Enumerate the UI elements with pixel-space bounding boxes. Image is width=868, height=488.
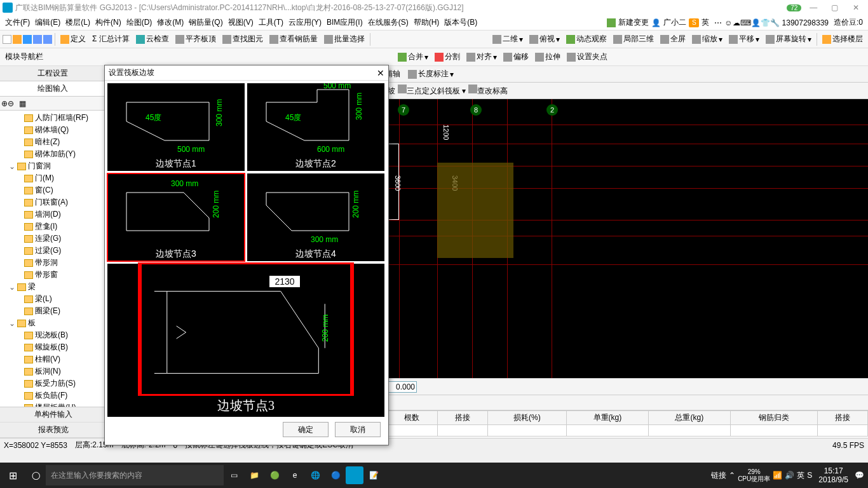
- slope-option-4[interactable]: 300 mm 200 mm 边坡节点4: [247, 173, 384, 261]
- notif-icon[interactable]: 💬: [855, 471, 864, 480]
- user-label[interactable]: 广小二: [661, 17, 689, 28]
- tray-ime-icon[interactable]: 英: [797, 470, 804, 481]
- tree-item-zmv[interactable]: 柱帽(V): [0, 353, 106, 365]
- collapse-icon[interactable]: ⌄: [9, 319, 15, 328]
- ime-kb-icon[interactable]: ⌨: [740, 18, 751, 27]
- app-edge-icon[interactable]: e: [285, 465, 305, 485]
- tree-item-lxb[interactable]: 螺旋板(B): [0, 341, 106, 353]
- tree-item-c[interactable]: 窗(C): [0, 184, 106, 196]
- menu-view[interactable]: 视图(V): [226, 17, 256, 28]
- col-class[interactable]: 钢筋归类: [730, 411, 817, 425]
- tray-sogou-icon[interactable]: S: [807, 471, 812, 480]
- menu-version[interactable]: 版本号(B): [442, 17, 480, 28]
- menu-edit[interactable]: 编辑(E): [32, 17, 63, 28]
- batch-select-button[interactable]: 批量选择: [322, 32, 367, 46]
- app-notepad-icon[interactable]: 📝: [363, 465, 384, 485]
- tree-item-dxc[interactable]: 带形窗: [0, 269, 106, 281]
- col-lap[interactable]: 搭接: [437, 411, 487, 425]
- ime-user-icon[interactable]: 👤: [751, 18, 761, 27]
- tree-item-ll[interactable]: 梁(L): [0, 293, 106, 305]
- sum-button[interactable]: Σ 汇总计算: [90, 32, 132, 46]
- change-elev-button[interactable]: 查改标高: [468, 85, 508, 97]
- menu-cloud[interactable]: 云应用(Y): [286, 17, 324, 28]
- app-browser-icon[interactable]: 🌐: [305, 465, 325, 485]
- menu-draw[interactable]: 绘图(D): [124, 17, 155, 28]
- tree-cat-slab[interactable]: ⌄板: [0, 317, 106, 329]
- app-360-icon[interactable]: 🟢: [264, 465, 285, 485]
- dynamic-view-button[interactable]: 动态观察: [564, 32, 609, 46]
- start-button[interactable]: ⊞: [0, 470, 25, 482]
- collapse-icon[interactable]: ⌄: [9, 162, 15, 171]
- tree-item-m[interactable]: 门(M): [0, 172, 106, 184]
- tab-single-input[interactable]: 单构件输入: [0, 407, 106, 423]
- tree-item-lg[interactable]: 连梁(G): [0, 233, 106, 245]
- tree-item-yj[interactable]: 砌体加筋(Y): [0, 148, 106, 160]
- slope-dim-input[interactable]: [269, 275, 301, 288]
- tree-item-dx[interactable]: 带形洞: [0, 257, 106, 269]
- app-explorer-icon[interactable]: 📁: [244, 465, 264, 485]
- col-total-wt[interactable]: 总重(kg): [648, 411, 730, 425]
- cloud-check-button[interactable]: 云检查: [133, 32, 172, 46]
- tree-item-bi[interactable]: 壁龛(I): [0, 220, 106, 233]
- taskview-icon[interactable]: ▭: [224, 465, 244, 485]
- col-unit-wt[interactable]: 单重(kg): [566, 411, 648, 425]
- minimize-button[interactable]: —: [804, 3, 823, 12]
- tree-item-d[interactable]: 墙洞(D): [0, 208, 106, 220]
- menu-online[interactable]: 在线服务(S): [365, 17, 411, 28]
- flat-top-button[interactable]: 平齐板顶: [173, 32, 219, 46]
- dim-length-button[interactable]: 长度标注 ▾: [405, 67, 456, 81]
- app-yy-icon[interactable]: 🔵: [325, 465, 346, 485]
- offset-button[interactable]: 偏移: [501, 50, 531, 64]
- collapse-icon[interactable]: ⌄: [9, 283, 15, 292]
- tree-filter-icon[interactable]: ▦: [19, 99, 26, 108]
- tree-item-lcbd[interactable]: 楼层板带(H): [0, 402, 106, 407]
- menu-component[interactable]: 构件(N): [93, 17, 124, 28]
- sogou-ime-icon[interactable]: S: [689, 18, 699, 27]
- dialog-cancel-button[interactable]: 取消: [335, 422, 381, 437]
- app-ggj-icon[interactable]: [346, 466, 363, 484]
- component-tree[interactable]: 人防门框墙(RF) 砌体墙(Q) 暗柱(Z) 砌体加筋(Y) ⌄门窗洞 门(M)…: [0, 111, 106, 407]
- tree-item-bslj[interactable]: 板受力筋(S): [0, 377, 106, 390]
- menu-rebar[interactable]: 钢筋量(Q): [186, 17, 225, 28]
- pan-button[interactable]: 平移 ▾: [726, 32, 762, 46]
- slope-option-1[interactable]: 45度 500 mm 300 mm 边坡节点1: [107, 83, 245, 171]
- view-steel-button[interactable]: 查看钢筋量: [267, 32, 320, 46]
- maximize-button[interactable]: ▢: [825, 3, 844, 12]
- set-clamp-button[interactable]: 设置夹点: [564, 50, 610, 64]
- tree-item-xjb[interactable]: 现浇板(B): [0, 329, 106, 341]
- tree-item-gl[interactable]: 过梁(G): [0, 245, 106, 257]
- tree-item-qt[interactable]: 砌体墙(Q): [0, 124, 106, 136]
- dialog-ok-button[interactable]: 确定: [283, 422, 329, 437]
- menu-floor[interactable]: 楼层(L): [63, 17, 93, 28]
- zoom-button[interactable]: 缩放 ▾: [689, 32, 725, 46]
- tray-vol-icon[interactable]: 🔊: [785, 471, 794, 480]
- undo-icon[interactable]: [33, 35, 42, 44]
- menu-modify[interactable]: 修改(M): [154, 17, 186, 28]
- cortana-icon[interactable]: ◯: [25, 465, 46, 485]
- top-view-button[interactable]: 俯视 ▾: [527, 32, 562, 46]
- align-button[interactable]: 对齐 ▾: [464, 50, 499, 64]
- slope-option-3[interactable]: 300 mm 200 mm 边坡节点3: [107, 173, 245, 261]
- taskbar-clock[interactable]: 15:17 2018/9/5: [815, 466, 852, 485]
- merge-button[interactable]: 合并 ▾: [395, 50, 431, 64]
- tray-up-icon[interactable]: ⌃: [729, 471, 735, 480]
- ime-lang[interactable]: 英: [699, 17, 712, 28]
- rotate-button[interactable]: 屏幕旋转 ▾: [763, 32, 814, 46]
- taskbar-search[interactable]: 在这里输入你要搜索的内容: [46, 465, 224, 485]
- col-loss[interactable]: 损耗(%): [487, 411, 566, 425]
- tree-item-bfj[interactable]: 板负筋(F): [0, 390, 106, 402]
- find-graph-button[interactable]: 查找图元: [220, 32, 266, 46]
- fullscreen-button[interactable]: 全屏: [658, 32, 688, 46]
- save-icon[interactable]: [23, 35, 32, 44]
- ime-face-icon[interactable]: ☺: [724, 18, 732, 27]
- tree-item-az[interactable]: 暗柱(Z): [0, 136, 106, 148]
- tray-net-icon[interactable]: 📶: [773, 471, 782, 480]
- notification-badge[interactable]: 72: [787, 4, 801, 11]
- menu-tools[interactable]: 工具(T): [256, 17, 286, 28]
- tab-report-preview[interactable]: 报表预览: [0, 423, 106, 438]
- tray-link[interactable]: 链接: [711, 470, 726, 481]
- open-icon[interactable]: [13, 35, 22, 44]
- menu-file[interactable]: 文件(F): [3, 17, 32, 28]
- tab-draw-input[interactable]: 绘图输入: [0, 81, 106, 96]
- tree-cat-door[interactable]: ⌄门窗洞: [0, 160, 106, 172]
